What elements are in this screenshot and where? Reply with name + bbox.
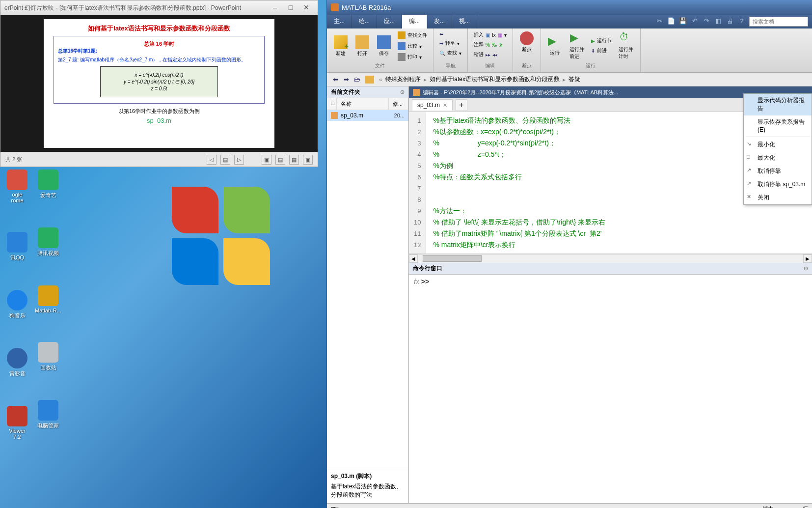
- menu-close[interactable]: ✕关闭: [744, 191, 812, 204]
- slide-caption: 以第16学时作业中的参数函数为例: [54, 108, 265, 115]
- open-button[interactable]: 打开: [352, 34, 372, 58]
- run-advance-button[interactable]: ▶运行并 前进: [567, 30, 587, 61]
- ppt-slide-area[interactable]: 如何基于latex语法书写和显示参数函数和分段函数 总第 16 学时 总第16学…: [0, 15, 318, 152]
- col-date[interactable]: 修...: [389, 98, 408, 110]
- new-tab-button[interactable]: +: [456, 99, 467, 111]
- slide-title: 如何基于latex语法书写和显示参数函数和分段函数: [54, 24, 265, 33]
- breadcrumb-2[interactable]: 如何基于latex语法书写和显示参数函数和分段函数: [429, 75, 561, 84]
- menu-show-code-analyzer[interactable]: 显示代码分析器报告: [744, 94, 812, 115]
- cf-details: sp_03.m (脚本) 基于latex语法的参数函数、分段函数的写法: [327, 468, 408, 503]
- save-button[interactable]: 保存: [374, 34, 394, 58]
- prev-slide-button[interactable]: ◁: [207, 155, 217, 165]
- help-icon[interactable]: ?: [737, 17, 746, 26]
- close-button[interactable]: ✕: [299, 3, 314, 13]
- tab-editor[interactable]: 编...: [402, 15, 427, 28]
- context-menu: 显示代码分析器报告 显示依存关系报告(E) ↘最小化 □最大化 ↗取消停靠 ↗取…: [743, 93, 812, 205]
- tab-apps[interactable]: 应...: [377, 15, 402, 28]
- tab-plots[interactable]: 绘...: [352, 15, 377, 28]
- matlab-titlebar[interactable]: MATLAB R2016a: [327, 0, 812, 15]
- tab-home[interactable]: 主...: [327, 15, 352, 28]
- back-button[interactable]: ⬅: [330, 74, 341, 85]
- run-button[interactable]: ▶运行: [545, 34, 565, 57]
- go-to-button[interactable]: ➡转至 ▾: [437, 39, 463, 48]
- run-time-button[interactable]: ⏱运行并 计时: [616, 30, 636, 61]
- cut-icon[interactable]: ✂: [655, 17, 664, 26]
- desktop-icon-xunlei[interactable]: 雷影音: [2, 348, 32, 377]
- view-normal-button[interactable]: ▤: [220, 155, 230, 165]
- print-button[interactable]: 打印 ▾: [396, 52, 429, 62]
- ppt-status-left: 共 2 张: [5, 156, 22, 163]
- find-button[interactable]: 🔍查找 ▾: [437, 49, 463, 57]
- scroll-left-button[interactable]: ◀: [409, 254, 418, 263]
- powerpoint-window: erPoint 幻灯片放映 - [如何基于latex语法书写和显示参数函数和分段…: [0, 0, 318, 167]
- editor-path: 编辑器 - F:\2020年2月--2020年7月授课资料-第2版\校级公选课《…: [423, 89, 618, 96]
- editor-tab[interactable]: sp_03.m ✕: [412, 99, 453, 111]
- menu-undock[interactable]: ↗取消停靠: [744, 165, 812, 178]
- run-section-button[interactable]: ▶运行节: [589, 36, 614, 45]
- ppt-titlebar[interactable]: erPoint 幻灯片放映 - [如何基于latex语法书写和显示参数函数和分段…: [0, 0, 318, 15]
- breadcrumb-1[interactable]: 特殊案例程序: [384, 75, 422, 84]
- fx-prompt-icon: fx: [414, 278, 419, 285]
- command-window[interactable]: fx >>: [409, 275, 812, 503]
- cmd-dropdown-icon[interactable]: ⊙: [804, 265, 808, 272]
- desktop-icon-kugou[interactable]: 狗音乐: [2, 290, 32, 319]
- view-mode-2-button[interactable]: ▤: [275, 155, 285, 165]
- scroll-right-button[interactable]: ▶: [803, 254, 812, 263]
- desktop-icon-tencent-video[interactable]: 腾讯视频: [33, 227, 63, 257]
- compare-button[interactable]: 比较 ▾: [396, 41, 429, 51]
- breadcrumb-3[interactable]: 答疑: [568, 75, 581, 84]
- cf-list: sp_03.m 20...: [327, 110, 408, 468]
- up-button[interactable]: 🗁: [352, 74, 362, 85]
- matlab-app-icon: [331, 3, 339, 11]
- slide-subtitle: 总第 16 学时: [58, 40, 260, 48]
- col-name[interactable]: 名称: [337, 98, 389, 110]
- menu-undock-file[interactable]: ↗取消停靠 sp_03.m: [744, 178, 812, 191]
- status-view-icon[interactable]: ▦▾: [331, 506, 339, 508]
- go-back-button[interactable]: ⬅: [437, 30, 463, 38]
- indent-button[interactable]: 缩进 ▸▸ ◂◂: [472, 50, 509, 59]
- search-docs-input[interactable]: [749, 17, 808, 27]
- view-mode-3-button[interactable]: ▦: [289, 155, 299, 165]
- copy-icon[interactable]: 📄: [667, 17, 676, 26]
- undo-icon[interactable]: ↶: [690, 17, 699, 26]
- maximize-button[interactable]: □: [283, 3, 298, 13]
- play-slideshow-button[interactable]: ▷: [234, 155, 244, 165]
- save-icon[interactable]: 💾: [678, 17, 687, 26]
- menu-maximize[interactable]: □最大化: [744, 151, 812, 165]
- run-section-label: 运行: [545, 62, 636, 70]
- scroll-thumb[interactable]: [423, 255, 482, 262]
- new-button[interactable]: 新建: [331, 34, 351, 58]
- minimize-button[interactable]: –: [268, 3, 282, 13]
- nav-section-label: 导航: [437, 62, 463, 70]
- breakpoint-button[interactable]: 断点: [517, 30, 537, 54]
- desktop-icon-chrome[interactable]: oglerome: [2, 169, 32, 203]
- matlab-title: MATLAB R2016a: [342, 4, 391, 11]
- desktop-icon-viewer[interactable]: Viewer7.2: [2, 406, 32, 440]
- tab-view[interactable]: 视...: [452, 15, 477, 28]
- menu-show-deps[interactable]: 显示依存关系报告(E): [744, 115, 812, 136]
- toggle-icon[interactable]: ◧: [714, 17, 723, 26]
- redo-icon[interactable]: ↷: [702, 17, 711, 26]
- view-mode-4-button[interactable]: ▣: [303, 155, 313, 165]
- find-files-button[interactable]: 查找文件: [396, 30, 429, 40]
- close-tab-button[interactable]: ✕: [443, 102, 447, 109]
- mfile-icon: [331, 112, 338, 119]
- cf-dropdown-icon[interactable]: ⊙: [400, 89, 405, 95]
- insert-button[interactable]: 插入 ▣ fx ▦ ▾: [472, 30, 509, 39]
- desktop-icon-recycle-bin[interactable]: 回收站: [33, 342, 63, 371]
- forward-button[interactable]: ➡: [341, 74, 352, 85]
- print-icon[interactable]: 🖨: [726, 17, 734, 26]
- horizontal-scrollbar[interactable]: ◀ ▶: [409, 254, 812, 263]
- view-mode-1-button[interactable]: ▣: [262, 155, 271, 165]
- advance-button[interactable]: ⬇前进: [589, 46, 614, 55]
- tab-filename: sp_03.m: [417, 102, 440, 109]
- desktop-icon-iqiyi[interactable]: 爱奇艺: [33, 169, 63, 199]
- desktop-icon-qq[interactable]: 讯QQ: [2, 232, 32, 261]
- comment-button[interactable]: 注释 % ‰ ※: [472, 40, 509, 49]
- desktop-icon-matlab[interactable]: Matlab-R...: [33, 285, 63, 313]
- desktop-icon-pcmgr[interactable]: 电脑管家: [33, 400, 63, 429]
- menu-minimize[interactable]: ↘最小化: [744, 138, 812, 151]
- file-item[interactable]: sp_03.m 20...: [327, 110, 408, 121]
- tab-publish[interactable]: 发...: [427, 15, 452, 28]
- scroll-track[interactable]: [418, 254, 803, 263]
